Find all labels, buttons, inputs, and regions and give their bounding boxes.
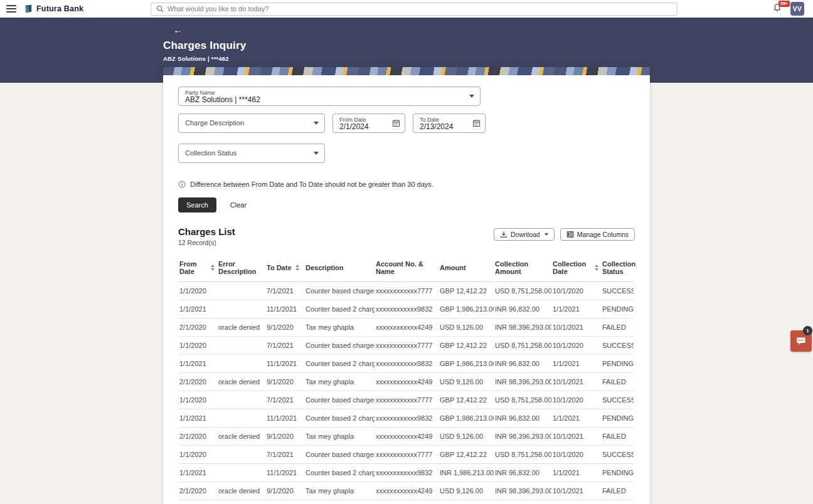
table-cell: PENDING xyxy=(601,409,634,428)
chat-button[interactable]: 1 xyxy=(790,330,812,352)
table-row: 1/1/20207/1/2021Counter based chargesxxx… xyxy=(178,391,634,409)
charges-list-heading: Charges List 12 Record(s) xyxy=(178,226,235,246)
table-cell: 9/1/2020 xyxy=(265,428,304,446)
sort-icon[interactable] xyxy=(595,265,598,271)
table-cell: 1/1/2021 xyxy=(551,355,601,373)
column-header[interactable]: To Date xyxy=(265,256,304,282)
table-cell: xxxxxxxxxxxx7777 xyxy=(375,446,438,464)
to-date-field[interactable]: To Date 2/13/2024 xyxy=(413,113,486,133)
to-date-value: 2/13/2024 xyxy=(420,123,469,131)
table-cell: Tax mey ghapla xyxy=(304,482,375,500)
chevron-down-icon xyxy=(545,233,548,236)
table-cell: 1/1/2021 xyxy=(178,300,217,318)
table-cell: Counter based 2 charges xyxy=(304,464,375,482)
table-cell: 1/1/2020 xyxy=(178,337,217,355)
manage-columns-button[interactable]: Manage Columns xyxy=(560,228,635,241)
search-input[interactable] xyxy=(167,5,672,13)
notification-badge: 99+ xyxy=(778,1,790,7)
table-cell: xxxxxxxxxxxx9832 xyxy=(375,300,438,318)
brand-logo[interactable]: Futura Bank xyxy=(24,4,83,14)
sort-icon[interactable] xyxy=(211,265,215,271)
table-cell: GBP 1,986,213.00 xyxy=(438,409,494,428)
table-cell: 1/1/2021 xyxy=(551,300,601,318)
party-subtitle: ABZ Solutions | ***462 xyxy=(163,55,650,62)
column-header: Collection Status xyxy=(601,256,634,282)
column-header[interactable]: From Date xyxy=(178,256,217,282)
table-cell: GBP 1,986,213.00 xyxy=(438,300,494,318)
application-window: Futura Bank 99+ VV ← Charges Inquiry xyxy=(0,0,813,504)
table-row: 1/1/202111/1/2021Counter based 2 charges… xyxy=(178,300,634,318)
collection-status-label: Collection Status xyxy=(185,147,308,160)
table-cell: 7/1/2021 xyxy=(265,391,304,409)
collection-status-select[interactable]: Collection Status xyxy=(178,144,325,163)
table-cell: 1/1/2020 xyxy=(178,391,217,409)
table-cell: oracle denied xyxy=(217,482,265,500)
topbar: Futura Bank 99+ VV xyxy=(0,0,813,18)
avatar[interactable]: VV xyxy=(790,2,804,16)
table-cell: 10/1/2020 xyxy=(551,282,601,300)
table-cell: xxxxxxxxxxxx7777 xyxy=(375,391,438,409)
charge-description-label: Charge Description xyxy=(185,117,308,130)
back-button[interactable]: ← xyxy=(171,24,185,36)
from-date-field[interactable]: From Date 2/1/2024 xyxy=(332,113,405,133)
table-cell: xxxxxxxxxxxx9832 xyxy=(375,464,438,482)
table-row: 2/1/2020oracle denied9/1/2020Tax mey gha… xyxy=(178,373,634,391)
charge-description-select[interactable]: Charge Description xyxy=(178,113,325,133)
table-cell: 10/1/2021 xyxy=(551,373,601,391)
table-cell: Counter based 2 charges xyxy=(304,300,375,318)
table-cell: INR 96,832.00 xyxy=(494,355,551,373)
table-cell: SUCCESS xyxy=(601,391,634,409)
party-name-select[interactable]: Party Name ABZ Solutions | ***462 xyxy=(178,87,481,106)
table-cell: 2/1/2020 xyxy=(178,318,217,337)
table-cell: xxxxxxxxxxxx9832 xyxy=(375,409,438,428)
manage-columns-label: Manage Columns xyxy=(577,231,629,238)
table-row: 2/1/2020oracle denied9/1/2020Tax mey gha… xyxy=(178,318,634,337)
download-button[interactable]: Download xyxy=(494,228,555,241)
table-cell: 10/1/2020 xyxy=(551,391,601,409)
table-cell: xxxxxxxxxxxx7777 xyxy=(375,282,438,300)
column-header: Account No. & Name xyxy=(375,256,438,282)
table-cell: 1/1/2021 xyxy=(178,464,217,482)
column-header[interactable]: Collection Date xyxy=(551,256,601,282)
table-cell xyxy=(217,300,265,318)
table-row: 1/1/20207/1/2021Counter based chargesxxx… xyxy=(178,446,634,464)
table-cell: INR 96,832.00 xyxy=(494,464,551,482)
table-cell: Counter based 2 charges xyxy=(304,355,375,373)
sort-icon[interactable] xyxy=(295,265,299,271)
table-cell: PENDING xyxy=(601,300,634,318)
table-cell: USD 9,126.00 xyxy=(438,428,494,446)
bank-logo-icon xyxy=(24,4,33,14)
table-cell: INR 96,832.00 xyxy=(494,409,551,428)
table-cell: xxxxxxxxxxxx4249 xyxy=(375,428,438,446)
table-cell: USD 8,751,258.00 xyxy=(494,282,551,300)
chevron-down-icon xyxy=(469,95,474,98)
table-cell: INR 96,832.00 xyxy=(494,300,551,318)
clear-button[interactable]: Clear xyxy=(230,201,247,209)
table-cell: USD 8,751,258.00 xyxy=(494,446,551,464)
notifications-button[interactable]: 99+ xyxy=(773,3,782,15)
table-row: 1/1/202111/1/2021Counter based 2 charges… xyxy=(178,355,634,373)
table-row: 2/1/2020oracle denied9/1/2020Tax mey gha… xyxy=(178,482,634,500)
table-cell: SUCCESS xyxy=(601,282,634,300)
table-cell: 1/1/2020 xyxy=(178,282,217,300)
table-cell: 7/1/2021 xyxy=(265,337,304,355)
table-cell xyxy=(217,355,265,373)
column-header: Error Description xyxy=(217,256,265,282)
table-cell: xxxxxxxxxxxx4249 xyxy=(375,373,438,391)
menu-icon[interactable] xyxy=(6,5,16,13)
table-cell: oracle denied xyxy=(217,428,265,446)
table-cell xyxy=(217,464,265,482)
table-cell: 9/1/2020 xyxy=(265,318,304,337)
from-date-value: 2/1/2024 xyxy=(339,123,388,131)
table-cell xyxy=(217,446,265,464)
chevron-down-icon xyxy=(314,152,319,155)
chat-bubble-icon xyxy=(795,336,807,346)
table-cell: PENDING xyxy=(601,355,634,373)
global-search[interactable] xyxy=(151,3,678,16)
table-cell: FAILED xyxy=(601,373,634,391)
search-button[interactable]: Search xyxy=(178,197,216,213)
table-cell: Tax mey ghapla xyxy=(304,428,375,446)
table-cell: xxxxxxxxxxxx4249 xyxy=(375,482,438,500)
table-cell: xxxxxxxxxxxx7777 xyxy=(375,337,438,355)
table-cell: 11/1/2021 xyxy=(265,464,304,482)
